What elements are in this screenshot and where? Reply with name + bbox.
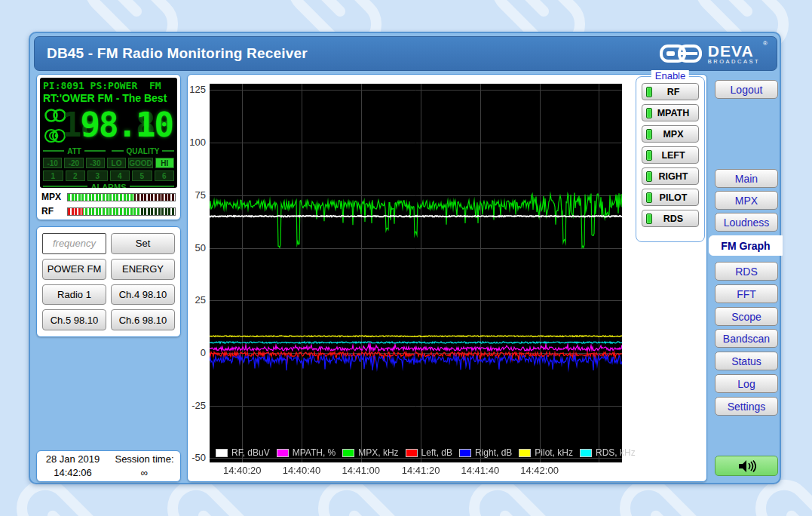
legend-item: Left, dB — [406, 447, 452, 458]
enable-mpx-button[interactable]: MPX — [642, 125, 699, 143]
header-bar: DB45 - FM Radio Monitoring Receiver ® DE… — [34, 36, 777, 71]
alarm-cell: 3 — [87, 170, 108, 181]
current-date: 28 Jan 2019 — [37, 453, 109, 466]
sidebar-item-mpx[interactable]: MPX — [715, 191, 778, 210]
current-time: 14:42:06 — [37, 466, 109, 480]
session-time-value: ∞ — [109, 466, 180, 480]
sidebar-item-settings[interactable]: Settings — [715, 397, 778, 416]
x-tick-label: 14:41:20 — [402, 465, 440, 476]
sidebar-item-fm-graph[interactable]: FM Graph — [709, 235, 783, 256]
rf-led-indicator — [646, 87, 652, 97]
legend-item: MPX, kHz — [342, 447, 398, 458]
enable-left-button[interactable]: LEFT — [642, 146, 699, 164]
x-tick-label: 14:41:40 — [461, 465, 500, 476]
legend-swatch-rds — [580, 449, 592, 457]
app-window: DB45 - FM Radio Monitoring Receiver ® DE… — [29, 32, 781, 484]
quality-cell: GOOD — [128, 158, 153, 168]
att-cell: -10 — [43, 158, 62, 168]
legend-item: Pilot, kHz — [519, 447, 573, 458]
legend-item: RDS, kHz — [580, 447, 636, 458]
enable-panel: Enable RF MPATH MPX LEFT RIGHT PILOT RDS — [636, 76, 705, 242]
speaker-icon — [737, 459, 756, 473]
rf-meter-bar — [67, 207, 176, 216]
y-tick-label: -25 — [192, 400, 206, 411]
att-cell: -30 — [86, 158, 105, 168]
sidebar-item-status[interactable]: Status — [715, 352, 778, 370]
frequency-digits: 98.10 — [62, 105, 173, 146]
x-tick-label: 14:42:00 — [520, 465, 559, 476]
lcd-radiotext-line: RT:'OWER FM - The Best — [43, 92, 174, 104]
set-frequency-button[interactable]: Set — [111, 233, 175, 254]
alarm-cell: 4 — [110, 170, 130, 181]
alarm-cell: 1 — [43, 170, 63, 181]
sidebar-item-scope[interactable]: Scope — [715, 307, 778, 326]
fm-graph-plot: RF, dBuV MPATH, % MPX, kHz Left, dB Righ… — [210, 84, 622, 462]
legend-item: Right, dB — [459, 447, 512, 458]
enable-right-button[interactable]: RIGHT — [642, 167, 699, 185]
preset-power-fm-button[interactable]: POWER FM — [42, 259, 106, 280]
y-tick-label: 50 — [195, 242, 206, 253]
deva-logo: ® DEVA BROADCAST — [659, 43, 768, 65]
logout-button[interactable]: Logout — [715, 80, 778, 99]
att-cell: -20 — [64, 158, 83, 168]
x-tick-label: 14:40:20 — [223, 465, 262, 476]
legend-swatch-mpath — [277, 449, 289, 457]
pilot-led-indicator — [646, 192, 652, 203]
graph-legend: RF, dBuV MPATH, % MPX, kHz Left, dB Righ… — [216, 447, 636, 458]
lcd-display: PI:8091 PS:POWER FM RT:'OWER FM - The Be… — [40, 78, 177, 188]
enable-rds-button[interactable]: RDS — [642, 210, 699, 227]
fm-graph-panel: 1251007550250-25-50 RF, dBuV MPATH, % MP… — [187, 74, 707, 482]
sidebar-item-fft[interactable]: FFT — [715, 284, 778, 303]
preset-ch5-button[interactable]: Ch.5 98.10 — [42, 309, 106, 330]
enable-pilot-button[interactable]: PILOT — [642, 189, 699, 206]
legend-item: MPATH, % — [277, 447, 336, 458]
alarm-cell: 2 — [66, 170, 86, 181]
fm-graph-canvas — [210, 84, 622, 462]
logo-subtext: BROADCAST — [708, 59, 760, 65]
tuning-panel: Set POWER FM ENERGY Radio 1 Ch.4 98.10 C… — [36, 226, 181, 337]
frequency-display: 188.88 98.10 — [70, 105, 174, 146]
page-title: DB45 - FM Radio Monitoring Receiver — [47, 45, 659, 62]
y-tick-label: 100 — [189, 137, 206, 148]
left-led-indicator — [646, 150, 652, 161]
enable-mpath-button[interactable]: MPATH — [642, 104, 699, 121]
rf-meter-label: RF — [41, 206, 67, 217]
mpx-led-indicator — [646, 129, 652, 140]
preset-energy-button[interactable]: ENERGY — [111, 259, 175, 280]
legend-item: RF, dBuV — [216, 447, 270, 458]
frequency-input[interactable] — [42, 233, 106, 254]
y-tick-label: 0 — [201, 347, 206, 358]
rds-led-indicator — [646, 213, 652, 224]
y-tick-label: -50 — [192, 452, 206, 463]
preset-radio1-button[interactable]: Radio 1 — [42, 284, 106, 306]
preset-ch4-button[interactable]: Ch.4 98.10 — [111, 284, 175, 306]
sidebar-item-log[interactable]: Log — [715, 374, 778, 393]
sidebar-item-rds[interactable]: RDS — [715, 262, 778, 281]
enable-rf-button[interactable]: RF — [642, 83, 699, 100]
audio-output-button[interactable] — [715, 456, 778, 476]
registered-mark: ® — [763, 41, 768, 47]
sidebar-item-main[interactable]: Main — [715, 169, 778, 188]
preset-ch6-button[interactable]: Ch.6 98.10 — [111, 309, 175, 330]
x-axis-labels: 14:40:2014:40:4014:41:0014:41:2014:41:40… — [210, 465, 622, 478]
mpx-meter-label: MPX — [41, 192, 67, 202]
mpx-meter-bar — [67, 193, 176, 201]
y-tick-label: 75 — [195, 189, 206, 201]
sidebar-item-bandscan[interactable]: Bandscan — [715, 329, 778, 348]
legend-swatch-right — [459, 449, 471, 457]
legend-swatch-left — [406, 449, 418, 457]
session-time-label: Session time: — [109, 453, 180, 466]
logo-text: DEVA — [708, 43, 760, 59]
right-led-indicator — [646, 171, 652, 182]
lcd-pi-ps-line: PI:8091 PS:POWER FM — [43, 80, 174, 91]
quality-caption: QUALITY — [112, 147, 174, 155]
att-caption: ATT — [43, 147, 106, 155]
x-tick-label: 14:40:40 — [283, 465, 321, 476]
y-tick-label: 25 — [195, 294, 206, 306]
quality-cell-active: HI — [155, 158, 174, 168]
legend-swatch-rf — [216, 449, 228, 457]
y-axis-labels: 1251007550250-25-50 — [188, 84, 208, 462]
sidebar-item-loudness[interactable]: Loudness — [715, 213, 778, 232]
receiver-lcd-card: PI:8091 PS:POWER FM RT:'OWER FM - The Be… — [36, 74, 181, 220]
quality-cell: LO — [107, 158, 126, 168]
